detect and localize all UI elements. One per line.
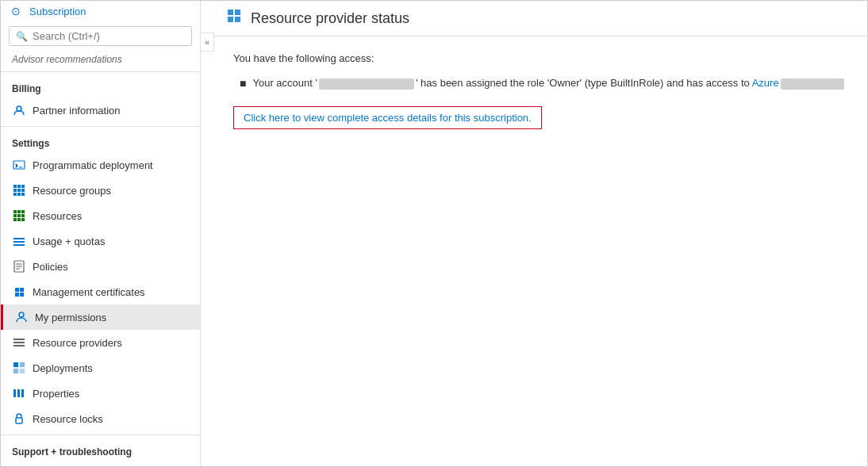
sidebar-item-deployments[interactable]: Deployments <box>1 355 200 381</box>
svg-rect-12 <box>13 369 18 373</box>
usage-quotas-label: Usage + quotas <box>33 235 105 247</box>
my-permissions-icon <box>14 310 29 324</box>
resource-locks-icon <box>12 411 26 426</box>
access-link-box: Click here to view complete access detai… <box>233 106 542 129</box>
svg-rect-11 <box>20 362 25 367</box>
svg-rect-13 <box>20 369 25 373</box>
usage-quotas-icon <box>12 234 26 248</box>
bullet-point: ■ <box>240 75 246 92</box>
svg-rect-16 <box>21 389 24 397</box>
svg-point-0 <box>17 106 21 111</box>
sidebar-subscription[interactable]: ⊙ Subscription <box>1 1 200 21</box>
svg-rect-10 <box>13 362 18 367</box>
support-header: Support + troubleshooting <box>1 438 200 461</box>
access-details-link[interactable]: Click here to view complete access detai… <box>244 112 532 124</box>
access-text-pre: Your account ' <box>252 77 317 89</box>
search-box[interactable]: 🔍 <box>9 26 192 46</box>
billing-header: Billing <box>1 75 200 98</box>
search-icon: 🔍 <box>16 31 28 42</box>
svg-rect-9 <box>13 345 25 346</box>
sidebar-item-resource-groups[interactable]: Resource groups <box>1 178 200 203</box>
svg-rect-8 <box>13 342 25 343</box>
svg-rect-4 <box>13 244 25 246</box>
access-text-mid: ' has been assigned the role 'Owner' (ty… <box>416 77 752 89</box>
azure-highlight <box>781 78 844 90</box>
content-header: Resource provider status <box>214 1 867 36</box>
divider-settings <box>1 126 200 127</box>
content-area: Resource provider status You have the fo… <box>214 1 867 466</box>
svg-rect-3 <box>13 241 25 243</box>
azure-link[interactable]: Azure <box>752 77 779 89</box>
svg-rect-20 <box>228 17 233 22</box>
sidebar-item-usage-quotas[interactable]: Usage + quotas <box>1 228 200 254</box>
account-highlight <box>319 78 414 90</box>
divider-support <box>1 434 200 435</box>
resource-locks-label: Resource locks <box>33 413 103 425</box>
svg-rect-7 <box>13 339 25 340</box>
resources-icon <box>12 209 26 223</box>
properties-label: Properties <box>33 388 79 400</box>
properties-icon <box>12 386 26 400</box>
subscription-icon: ⊙ <box>9 4 23 18</box>
sidebar-item-properties[interactable]: Properties <box>1 381 200 406</box>
access-intro-text: You have the following access: <box>233 52 848 64</box>
subscription-label: Subscription <box>29 6 86 17</box>
my-permissions-label: My permissions <box>35 312 106 323</box>
search-input[interactable] <box>33 30 185 42</box>
policies-icon <box>12 259 26 274</box>
access-description: Your account '' has been assigned the ro… <box>252 75 845 91</box>
divider-billing <box>1 71 200 72</box>
sidebar-item-resources[interactable]: Resources <box>1 203 200 228</box>
page-title: Resource provider status <box>251 10 409 27</box>
sidebar: ⊙ Subscription 🔍 Advisor recommendations… <box>1 1 201 466</box>
svg-point-6 <box>19 312 24 317</box>
resource-groups-label: Resource groups <box>33 185 111 197</box>
partner-info-label: Partner information <box>33 105 121 117</box>
sidebar-collapse-button[interactable]: « <box>200 33 214 52</box>
sidebar-item-advisor[interactable]: Advisor recommendations <box>1 51 200 68</box>
sidebar-item-programmatic-deployment[interactable]: Programmatic deployment <box>1 152 200 178</box>
svg-rect-14 <box>13 389 16 397</box>
sidebar-item-partner-info[interactable]: Partner information <box>1 98 200 123</box>
svg-rect-18 <box>228 10 233 15</box>
deployments-label: Deployments <box>33 362 93 374</box>
svg-rect-21 <box>235 17 240 22</box>
programmatic-icon <box>12 158 26 172</box>
policies-label: Policies <box>33 261 68 273</box>
svg-rect-15 <box>17 389 20 397</box>
svg-rect-19 <box>235 10 240 15</box>
resource-groups-icon <box>12 183 26 197</box>
resources-label: Resources <box>33 210 82 222</box>
sidebar-item-management-certificates[interactable]: Management certificates <box>1 279 200 304</box>
main-container: ⊙ Subscription 🔍 Advisor recommendations… <box>0 0 868 467</box>
header-icon <box>227 9 243 28</box>
svg-rect-17 <box>16 418 22 423</box>
resource-providers-label: Resource providers <box>33 337 122 349</box>
partner-icon <box>12 103 26 117</box>
sidebar-item-resource-locks[interactable]: Resource locks <box>1 406 200 431</box>
sidebar-item-my-permissions[interactable]: My permissions <box>1 304 200 330</box>
resource-providers-icon <box>12 335 26 350</box>
management-cert-icon <box>12 285 26 299</box>
settings-header: Settings <box>1 130 200 152</box>
programmatic-label: Programmatic deployment <box>33 159 153 171</box>
sidebar-item-resource-providers[interactable]: Resource providers <box>1 330 200 355</box>
access-item: ■ Your account '' has been assigned the … <box>233 75 848 92</box>
advisor-label: Advisor recommendations <box>12 54 122 65</box>
deployments-icon <box>12 361 26 375</box>
sidebar-item-policies[interactable]: Policies <box>1 254 200 279</box>
content-body: You have the following access: ■ Your ac… <box>214 36 867 466</box>
svg-rect-2 <box>13 238 25 239</box>
management-certificates-label: Management certificates <box>33 286 145 298</box>
